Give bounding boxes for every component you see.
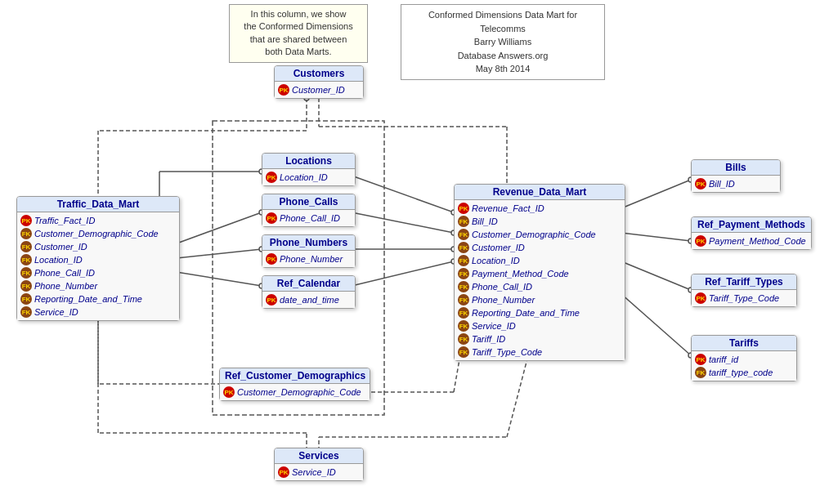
diagram-container: In this column, we show the Conformed Di…: [0, 0, 820, 504]
entity-rcd-header: Ref_Customer_Demographics: [220, 368, 370, 384]
entity-phone-calls-body: PK Phone_Call_ID: [262, 210, 355, 226]
field-phone-call-id: PK Phone_Call_ID: [266, 212, 352, 225]
entity-ref-calendar-body: PK date_and_time: [262, 292, 355, 308]
pk-icon: PK: [695, 235, 706, 247]
entity-phone-calls: Phone_Calls PK Phone_Call_ID: [262, 194, 356, 227]
entity-rtt-header: Ref_Tariff_Types: [692, 274, 796, 290]
field-cdc: PK Customer_Demographic_Code: [223, 386, 366, 399]
title-text: Conformed Dimensions Data Mart for Telec…: [428, 10, 577, 74]
pk-icon: PK: [695, 292, 706, 304]
field-ttc: PK Tariff_Type_Code: [695, 292, 793, 305]
pk-icon: PK: [695, 354, 706, 365]
entity-customers-header: Customers: [275, 66, 363, 82]
field-service-id: PK Service_ID: [278, 466, 360, 479]
entity-phone-calls-header: Phone_Calls: [262, 194, 355, 210]
entity-tariffs-header: Tariffs: [692, 336, 796, 351]
field-traffic-rdat: FK Reporting_Date_and_Time: [20, 292, 176, 306]
pk-icon: PK: [266, 212, 277, 224]
field-pmc: PK Payment_Method_Code: [695, 234, 808, 248]
entity-services: Services PK Service_ID: [274, 448, 364, 481]
field-traffic-custid: FK Customer_ID: [20, 240, 176, 253]
svg-line-14: [352, 261, 454, 286]
field-rev-ttc: FK Tariff_Type_Code: [458, 346, 621, 359]
fk-icon: FK: [20, 293, 32, 305]
entity-locations-header: Locations: [262, 154, 355, 169]
fk-icon: FK: [458, 333, 469, 345]
field-rev-pnum: FK Phone_Number: [458, 293, 621, 306]
field-traffic-pnum: FK Phone_Number: [20, 279, 176, 292]
field-traffic-fact-id: PK Traffic_Fact_ID: [20, 214, 176, 227]
field-rev-fact-id: PK Revenue_Fact_ID: [458, 202, 621, 215]
fk-icon: FK: [20, 228, 32, 239]
entity-ref-calendar-header: Ref_Calendar: [262, 276, 355, 292]
entity-tariffs: Tariffs PK tariff_id FK tariff_type_code: [691, 335, 797, 381]
svg-line-26: [621, 233, 691, 241]
field-rev-svcid: FK Service_ID: [458, 319, 621, 332]
entity-traffic-body: PK Traffic_Fact_ID FK Customer_Demograph…: [17, 212, 179, 320]
field-customer-id: PK Customer_ID: [278, 83, 360, 96]
entity-traffic-header: Traffic_Data_Mart: [17, 197, 179, 212]
pk-icon: PK: [20, 215, 32, 226]
pk-icon: PK: [278, 84, 289, 96]
entity-phone-numbers: Phone_Numbers PK Phone_Number: [262, 234, 356, 268]
entity-traffic-data-mart: Traffic_Data_Mart PK Traffic_Fact_ID FK …: [16, 196, 180, 321]
svg-line-27: [621, 261, 691, 290]
fk-icon: FK: [458, 320, 469, 332]
field-rev-custid: FK Customer_ID: [458, 241, 621, 254]
fk-icon: FK: [20, 241, 32, 252]
fk-icon: FK: [20, 254, 32, 265]
entity-revenue-body: PK Revenue_Fact_ID FK Bill_ID FK Custome…: [455, 200, 625, 360]
fk-icon: FK: [458, 229, 469, 240]
fk-icon: FK: [458, 242, 469, 253]
field-rev-cdc: FK Customer_Demographic_Code: [458, 228, 621, 241]
field-rev-rdat: FK Reporting_Date_and_Time: [458, 306, 621, 319]
fk-icon: FK: [458, 294, 469, 306]
entity-customers: Customers PK Customer_ID: [274, 65, 364, 99]
pk-icon: PK: [458, 203, 469, 214]
field-tariff-id: PK tariff_id: [695, 353, 793, 366]
field-phone-number: PK Phone_Number: [266, 252, 352, 265]
title-box: Conformed Dimensions Data Mart for Telec…: [401, 4, 605, 80]
entity-phone-numbers-body: PK Phone_Number: [262, 251, 355, 267]
entity-phone-numbers-header: Phone_Numbers: [262, 235, 355, 251]
fk-icon: FK: [458, 346, 469, 358]
field-date-time: PK date_and_time: [266, 293, 352, 306]
pk-icon: PK: [266, 294, 277, 306]
svg-line-28: [621, 294, 691, 355]
field-rev-pmc: FK Payment_Method_Code: [458, 267, 621, 280]
entity-bills: Bills PK Bill_ID: [691, 159, 781, 193]
svg-line-25: [621, 180, 691, 208]
entity-rpm-header: Ref_Payment_Methods: [692, 217, 811, 233]
field-rev-tariffid: FK Tariff_ID: [458, 332, 621, 346]
entity-tariffs-body: PK tariff_id FK tariff_type_code: [692, 351, 796, 381]
svg-line-8: [352, 176, 454, 212]
entity-locations-body: PK Location_ID: [262, 169, 355, 185]
field-traffic-pcid: FK Phone_Call_ID: [20, 266, 176, 279]
pk-icon: PK: [278, 466, 289, 478]
pk-icon: PK: [223, 386, 235, 398]
note-box: In this column, we show the Conformed Di…: [229, 4, 368, 63]
entity-rcd-body: PK Customer_Demographic_Code: [220, 384, 370, 400]
entity-bills-header: Bills: [692, 160, 780, 176]
field-bill-id: PK Bill_ID: [695, 177, 777, 190]
note-text: In this column, we show the Conformed Di…: [244, 9, 352, 56]
fk-icon: FK: [695, 367, 706, 378]
entity-rtt-body: PK Tariff_Type_Code: [692, 290, 796, 306]
entity-services-body: PK Service_ID: [275, 464, 363, 480]
fk-icon: FK: [20, 306, 32, 318]
entity-revenue-header: Revenue_Data_Mart: [455, 185, 625, 200]
pk-icon: PK: [695, 178, 706, 190]
entity-rpm-body: PK Payment_Method_Code: [692, 233, 811, 249]
entity-locations: Locations PK Location_ID: [262, 153, 356, 186]
entity-ref-tariff-types: Ref_Tariff_Types PK Tariff_Type_Code: [691, 274, 797, 307]
field-rev-pcid: FK Phone_Call_ID: [458, 280, 621, 293]
fk-icon: FK: [20, 280, 32, 292]
field-traffic-cdc: FK Customer_Demographic_Code: [20, 227, 176, 240]
field-location-id: PK Location_ID: [266, 171, 352, 184]
field-rev-locid: FK Location_ID: [458, 254, 621, 267]
entity-bills-body: PK Bill_ID: [692, 176, 780, 192]
pk-icon: PK: [266, 172, 277, 183]
fk-icon: FK: [20, 267, 32, 279]
entity-services-header: Services: [275, 448, 363, 464]
entity-ref-payment-methods: Ref_Payment_Methods PK Payment_Method_Co…: [691, 216, 812, 250]
